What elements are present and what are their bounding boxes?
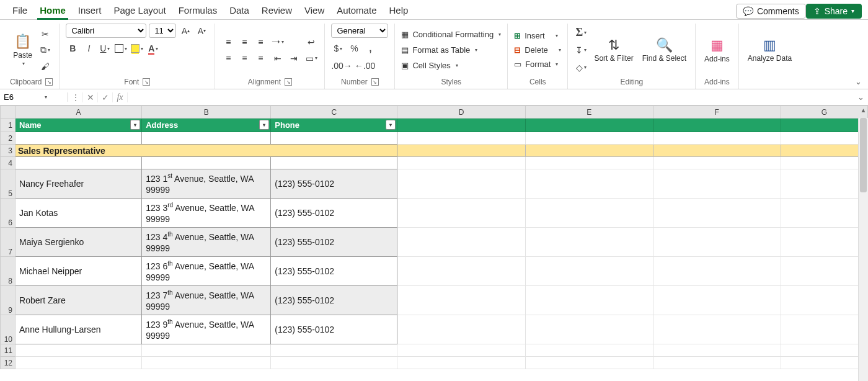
number-format-select[interactable]: General <box>331 24 388 38</box>
section-header[interactable]: Sales Representative <box>16 145 397 157</box>
select-all-corner[interactable] <box>1 106 16 119</box>
cell[interactable] <box>653 228 781 257</box>
row-header-6[interactable]: 6 <box>1 199 16 228</box>
cell-name[interactable]: Robert Zare <box>16 286 142 315</box>
cell[interactable] <box>781 145 867 157</box>
row-header-2[interactable]: 2 <box>1 132 16 145</box>
cell[interactable] <box>653 257 781 286</box>
cell[interactable] <box>525 228 653 257</box>
cell-phone[interactable]: (123) 555-0102 <box>271 286 397 315</box>
row-header-4[interactable]: 4 <box>1 157 16 169</box>
autosum-button[interactable]: Σ▾ <box>574 26 588 40</box>
cell-phone[interactable]: (123) 555-0102 <box>271 257 397 286</box>
row-header-1[interactable]: 1 <box>1 119 16 132</box>
align-left-button[interactable]: ≡ <box>221 52 235 65</box>
filter-dropdown-icon[interactable]: ▾ <box>386 120 396 130</box>
cell-address[interactable]: 123 3rd Avenue, Seattle, WA 99999 <box>142 199 271 228</box>
scroll-thumb[interactable] <box>860 118 867 192</box>
cell[interactable] <box>397 286 525 315</box>
cell[interactable] <box>781 157 867 169</box>
cut-button[interactable]: ✂ <box>38 27 52 41</box>
formula-input[interactable] <box>128 92 853 102</box>
cell[interactable] <box>142 357 271 369</box>
cell[interactable] <box>653 132 781 145</box>
share-button[interactable]: ⇪ Share ▾ <box>806 4 862 19</box>
cell[interactable] <box>271 157 397 169</box>
row-header-10[interactable]: 10 <box>1 315 16 344</box>
cell[interactable] <box>781 199 867 228</box>
row-header-12[interactable]: 12 <box>1 357 16 369</box>
name-box[interactable]: ▾ <box>0 92 68 102</box>
cell[interactable] <box>397 157 525 169</box>
cell[interactable] <box>653 286 781 315</box>
copy-button[interactable]: ⧉▾ <box>38 43 52 57</box>
insert-cells-button[interactable]: ⊞Insert ▾ <box>514 30 558 41</box>
tab-help[interactable]: Help <box>383 2 414 19</box>
cell[interactable] <box>397 315 525 344</box>
cell[interactable] <box>525 145 653 157</box>
tab-data[interactable]: Data <box>223 2 255 19</box>
percent-style-button[interactable]: % <box>347 42 361 55</box>
cell-name[interactable]: Maiya Sergienko <box>16 228 142 257</box>
tab-file[interactable]: File <box>6 2 33 19</box>
underline-button[interactable]: U▾ <box>98 42 112 55</box>
cell[interactable] <box>781 228 867 257</box>
addins-button[interactable]: ▦ Add-ins <box>702 36 732 65</box>
formula-more-button[interactable]: ⋮ <box>68 92 83 102</box>
cell[interactable] <box>653 169 781 199</box>
fill-color-button[interactable]: ▾ <box>130 42 144 55</box>
font-size-select[interactable]: 11 <box>149 24 176 38</box>
cell-address[interactable]: 123 1st Avenue, Seattle, WA 99999 <box>142 169 271 199</box>
row-header-3[interactable]: 3 <box>1 145 16 157</box>
tab-automate[interactable]: Automate <box>330 2 383 19</box>
cell[interactable] <box>525 132 653 145</box>
cell[interactable] <box>271 357 397 369</box>
cell-phone[interactable]: (123) 555-0102 <box>271 169 397 199</box>
cell[interactable] <box>525 315 653 344</box>
cell[interactable] <box>653 145 781 157</box>
borders-button[interactable]: ▾ <box>114 42 128 55</box>
cell[interactable] <box>653 357 781 369</box>
cell-phone[interactable]: (123) 555-0102 <box>271 199 397 228</box>
spreadsheet-grid[interactable]: ABCDEFG1Name▾Address▾Phone▾23Sales Repre… <box>0 105 868 381</box>
cell-address[interactable]: 123 9th Avenue, Seattle, WA 99999 <box>142 315 271 344</box>
cell[interactable] <box>781 357 867 369</box>
col-header-A[interactable]: A <box>16 106 142 119</box>
comments-button[interactable]: 💬 Comments <box>736 4 806 19</box>
conditional-formatting-button[interactable]: ▦Conditional Formatting▾ <box>401 29 501 40</box>
fill-button[interactable]: ↧▾ <box>574 43 588 57</box>
col-header-G[interactable]: G <box>781 106 867 119</box>
cell[interactable] <box>142 157 271 169</box>
filter-dropdown-icon[interactable]: ▾ <box>259 120 269 130</box>
cell[interactable] <box>781 286 867 315</box>
cell-name[interactable]: Anne Hullung-Larsen <box>16 315 142 344</box>
comma-style-button[interactable]: , <box>363 42 377 55</box>
cell[interactable] <box>397 257 525 286</box>
expand-formula-bar-button[interactable]: ⌄ <box>853 92 868 102</box>
cell-address[interactable]: 123 7th Avenue, Seattle, WA 99999 <box>142 286 271 315</box>
cell-name[interactable]: Michael Neipper <box>16 257 142 286</box>
format-painter-button[interactable]: 🖌 <box>38 60 52 73</box>
cell[interactable] <box>397 145 525 157</box>
name-box-input[interactable] <box>4 92 40 102</box>
cell[interactable] <box>653 344 781 357</box>
row-header-11[interactable]: 11 <box>1 344 16 357</box>
increase-indent-button[interactable]: ⇥ <box>287 52 301 65</box>
tab-formulas[interactable]: Formulas <box>172 2 224 19</box>
cell[interactable] <box>397 357 525 369</box>
clipboard-dialog-launcher[interactable]: ↘ <box>45 78 53 86</box>
cell[interactable] <box>781 169 867 199</box>
cell-styles-button[interactable]: ▣Cell Styles▾ <box>401 60 458 71</box>
cell[interactable] <box>653 119 781 132</box>
font-name-select[interactable]: Calibri <box>66 24 146 38</box>
cell-name[interactable]: Nancy Freehafer <box>16 169 142 199</box>
vertical-scrollbar[interactable]: ▲ <box>858 118 868 381</box>
cell[interactable] <box>781 119 867 132</box>
col-header-B[interactable]: B <box>142 106 271 119</box>
number-dialog-launcher[interactable]: ↘ <box>371 78 379 86</box>
cell[interactable] <box>397 132 525 145</box>
cancel-formula-button[interactable]: ✕ <box>83 92 98 102</box>
filter-dropdown-icon[interactable]: ▾ <box>130 120 140 130</box>
format-cells-button[interactable]: ▭Format▾ <box>514 59 558 69</box>
tab-insert[interactable]: Insert <box>72 2 108 19</box>
